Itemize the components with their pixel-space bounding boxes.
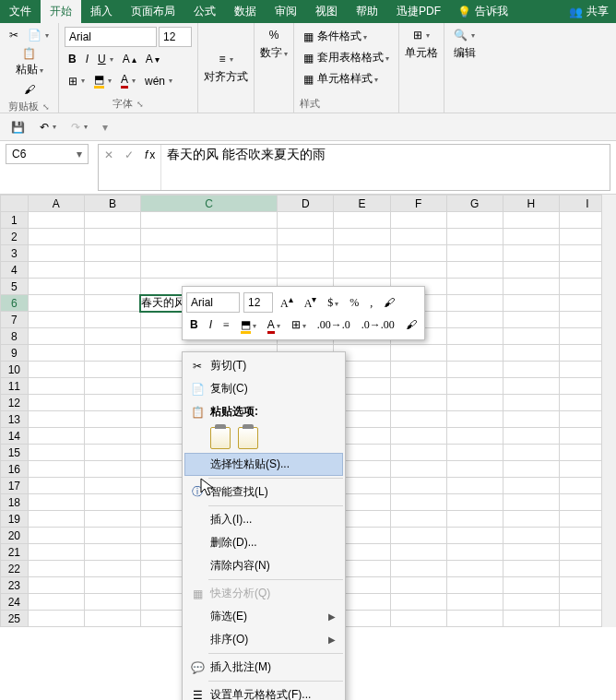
cell[interactable]: [84, 561, 140, 577]
cell[interactable]: [446, 577, 503, 594]
mini-italic-button[interactable]: I: [206, 316, 216, 334]
cell[interactable]: [84, 345, 140, 362]
cell[interactable]: [84, 577, 140, 594]
cell[interactable]: [84, 611, 140, 627]
mini-format-painter-icon-2[interactable]: 🖌: [402, 316, 421, 334]
table-format-button[interactable]: ▦套用表格格式: [300, 48, 393, 67]
cell[interactable]: [278, 229, 334, 245]
cell[interactable]: [446, 345, 503, 362]
cell[interactable]: [503, 279, 559, 295]
cell[interactable]: [84, 328, 140, 345]
cell[interactable]: [28, 295, 84, 312]
share-button[interactable]: 👥共享: [562, 0, 616, 23]
qat-customize[interactable]: ▾: [99, 119, 112, 136]
column-header[interactable]: [1, 196, 29, 212]
cell[interactable]: [503, 328, 559, 345]
cell[interactable]: [503, 312, 559, 328]
row-header[interactable]: 6: [1, 295, 29, 312]
cell[interactable]: [390, 478, 446, 494]
column-header[interactable]: H: [503, 196, 559, 212]
mini-format-painter-icon[interactable]: 🖌: [380, 294, 398, 312]
cell[interactable]: [28, 445, 84, 461]
cell[interactable]: [446, 262, 503, 279]
font-name-select[interactable]: [65, 27, 157, 47]
ctx-delete[interactable]: 删除(D)...: [184, 531, 343, 554]
cell[interactable]: [28, 345, 84, 362]
cell[interactable]: [503, 229, 559, 245]
tab-data[interactable]: 数据: [225, 0, 266, 23]
cell[interactable]: [446, 378, 503, 395]
row-header[interactable]: 2: [1, 229, 29, 245]
row-header[interactable]: 19: [1, 511, 29, 528]
row-header[interactable]: 12: [1, 395, 29, 411]
cell[interactable]: [390, 594, 446, 611]
cell[interactable]: [28, 511, 84, 528]
cell[interactable]: [446, 362, 503, 378]
cell[interactable]: [390, 511, 446, 528]
cell[interactable]: [140, 262, 277, 279]
cell[interactable]: [84, 478, 140, 494]
mini-percent-icon[interactable]: %: [346, 294, 362, 312]
cell[interactable]: [28, 328, 84, 345]
row-header[interactable]: 16: [1, 461, 29, 478]
cell[interactable]: [446, 428, 503, 445]
cell[interactable]: [503, 561, 559, 577]
conditional-format-button[interactable]: ▦条件格式: [300, 27, 371, 46]
mini-font-name[interactable]: [186, 292, 240, 313]
cell[interactable]: [390, 229, 446, 245]
row-header[interactable]: 25: [1, 611, 29, 627]
cell[interactable]: [28, 245, 84, 262]
cell[interactable]: [390, 544, 446, 561]
cell[interactable]: [140, 245, 277, 262]
mini-font-size[interactable]: [243, 292, 273, 313]
cell[interactable]: [84, 461, 140, 478]
cell[interactable]: [503, 362, 559, 378]
mini-border-button[interactable]: ⊞: [288, 316, 310, 334]
ctx-format-cells[interactable]: ☰设置单元格格式(F)...: [184, 683, 343, 700]
cell[interactable]: [446, 312, 503, 328]
decrease-font-icon[interactable]: A▾: [142, 51, 163, 67]
cell[interactable]: [503, 461, 559, 478]
column-header[interactable]: A: [28, 196, 84, 212]
cell[interactable]: [446, 212, 503, 229]
mini-comma-icon[interactable]: ,: [366, 294, 376, 312]
cell[interactable]: [503, 428, 559, 445]
paste-option-keep-source[interactable]: [210, 427, 231, 449]
cell[interactable]: [503, 212, 559, 229]
cell[interactable]: [84, 411, 140, 428]
cell-styles-button[interactable]: ▦单元格样式: [300, 69, 382, 89]
cell[interactable]: [446, 279, 503, 295]
cell[interactable]: [446, 445, 503, 461]
row-header[interactable]: 14: [1, 428, 29, 445]
cell[interactable]: [28, 561, 84, 577]
cell[interactable]: [503, 445, 559, 461]
cell[interactable]: [503, 528, 559, 544]
cell[interactable]: [28, 528, 84, 544]
cell[interactable]: [84, 445, 140, 461]
cell[interactable]: [28, 428, 84, 445]
ctx-insert[interactable]: 插入(I)...: [184, 508, 343, 531]
row-header[interactable]: 10: [1, 362, 29, 378]
cell[interactable]: [28, 362, 84, 378]
cell[interactable]: [84, 212, 140, 229]
cells-icon[interactable]: ⊞: [409, 27, 433, 43]
cell[interactable]: [84, 544, 140, 561]
cell[interactable]: [390, 611, 446, 627]
undo-button[interactable]: ↶: [36, 119, 60, 136]
cell[interactable]: [84, 245, 140, 262]
cell[interactable]: [140, 212, 277, 229]
cell[interactable]: [390, 362, 446, 378]
column-header[interactable]: D: [278, 196, 334, 212]
cell[interactable]: [503, 577, 559, 594]
cell[interactable]: [446, 611, 503, 627]
cell[interactable]: [446, 594, 503, 611]
cell[interactable]: [28, 461, 84, 478]
cell[interactable]: [390, 577, 446, 594]
copy-icon[interactable]: 📄: [24, 27, 53, 43]
cell[interactable]: [140, 229, 277, 245]
cell[interactable]: [503, 594, 559, 611]
tab-formula[interactable]: 公式: [184, 0, 225, 23]
column-header[interactable]: F: [390, 196, 446, 212]
cell[interactable]: [84, 594, 140, 611]
row-header[interactable]: 15: [1, 445, 29, 461]
